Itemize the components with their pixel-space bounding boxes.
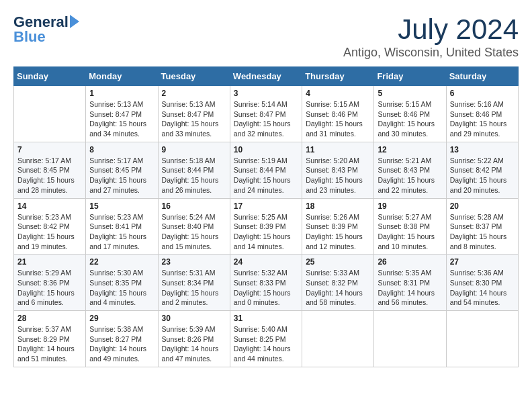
day-number: 13 bbox=[450, 145, 515, 154]
day-info: Sunrise: 5:31 AM Sunset: 8:34 PM Dayligh… bbox=[162, 268, 226, 308]
calendar-cell: 4Sunrise: 5:15 AM Sunset: 8:46 PM Daylig… bbox=[302, 86, 374, 142]
day-info: Sunrise: 5:26 AM Sunset: 8:39 PM Dayligh… bbox=[306, 212, 370, 252]
day-info: Sunrise: 5:20 AM Sunset: 8:43 PM Dayligh… bbox=[306, 156, 370, 195]
day-number: 17 bbox=[234, 201, 298, 211]
day-number: 19 bbox=[378, 201, 442, 211]
calendar-week-2: 7Sunrise: 5:17 AM Sunset: 8:45 PM Daylig… bbox=[14, 142, 519, 198]
day-info: Sunrise: 5:15 AM Sunset: 8:46 PM Dayligh… bbox=[378, 99, 442, 139]
logo-blue-text: Blue bbox=[13, 28, 46, 46]
day-info: Sunrise: 5:23 AM Sunset: 8:42 PM Dayligh… bbox=[17, 212, 82, 252]
calendar-week-4: 21Sunrise: 5:29 AM Sunset: 8:36 PM Dayli… bbox=[14, 255, 519, 311]
title-section: July 2024 Antigo, Wisconsin, United Stat… bbox=[343, 13, 519, 60]
month-year-title: July 2024 bbox=[343, 13, 519, 46]
day-info: Sunrise: 5:25 AM Sunset: 8:39 PM Dayligh… bbox=[234, 212, 298, 252]
calendar-cell bbox=[302, 311, 374, 367]
day-info: Sunrise: 5:39 AM Sunset: 8:26 PM Dayligh… bbox=[162, 324, 226, 364]
day-header-saturday: Saturday bbox=[446, 67, 518, 86]
day-info: Sunrise: 5:40 AM Sunset: 8:25 PM Dayligh… bbox=[234, 324, 298, 364]
header: General Blue July 2024 Antigo, Wisconsin… bbox=[13, 13, 519, 60]
calendar-cell: 29Sunrise: 5:38 AM Sunset: 8:27 PM Dayli… bbox=[86, 311, 158, 367]
day-header-sunday: Sunday bbox=[14, 67, 86, 86]
calendar-cell: 30Sunrise: 5:39 AM Sunset: 8:26 PM Dayli… bbox=[158, 311, 230, 367]
day-header-monday: Monday bbox=[86, 67, 158, 86]
calendar-cell: 8Sunrise: 5:17 AM Sunset: 8:45 PM Daylig… bbox=[86, 142, 158, 198]
day-info: Sunrise: 5:32 AM Sunset: 8:33 PM Dayligh… bbox=[234, 268, 298, 308]
calendar-week-3: 14Sunrise: 5:23 AM Sunset: 8:42 PM Dayli… bbox=[14, 198, 519, 255]
day-number: 12 bbox=[378, 145, 442, 154]
day-header-wednesday: Wednesday bbox=[230, 67, 302, 86]
day-number: 7 bbox=[17, 145, 82, 154]
day-number: 8 bbox=[89, 145, 154, 154]
day-info: Sunrise: 5:37 AM Sunset: 8:29 PM Dayligh… bbox=[17, 324, 82, 364]
day-number: 1 bbox=[89, 89, 154, 98]
day-number: 5 bbox=[378, 89, 442, 98]
day-info: Sunrise: 5:28 AM Sunset: 8:37 PM Dayligh… bbox=[450, 212, 515, 252]
calendar-cell: 26Sunrise: 5:35 AM Sunset: 8:31 PM Dayli… bbox=[374, 255, 446, 311]
calendar-cell: 7Sunrise: 5:17 AM Sunset: 8:45 PM Daylig… bbox=[14, 142, 86, 198]
day-info: Sunrise: 5:35 AM Sunset: 8:31 PM Dayligh… bbox=[378, 268, 442, 308]
location-subtitle: Antigo, Wisconsin, United States bbox=[343, 46, 519, 60]
calendar-cell: 18Sunrise: 5:26 AM Sunset: 8:39 PM Dayli… bbox=[302, 198, 374, 255]
day-number: 23 bbox=[162, 257, 226, 267]
day-number: 24 bbox=[234, 257, 298, 267]
calendar-cell: 24Sunrise: 5:32 AM Sunset: 8:33 PM Dayli… bbox=[230, 255, 302, 311]
day-info: Sunrise: 5:16 AM Sunset: 8:46 PM Dayligh… bbox=[450, 99, 515, 139]
day-number: 28 bbox=[17, 314, 82, 323]
day-header-thursday: Thursday bbox=[302, 67, 374, 86]
calendar-cell: 16Sunrise: 5:24 AM Sunset: 8:40 PM Dayli… bbox=[158, 198, 230, 255]
day-number: 14 bbox=[17, 201, 82, 211]
logo: General Blue bbox=[13, 13, 81, 46]
calendar-cell: 15Sunrise: 5:23 AM Sunset: 8:41 PM Dayli… bbox=[86, 198, 158, 255]
calendar-table: SundayMondayTuesdayWednesdayThursdayFrid… bbox=[13, 66, 519, 367]
calendar-cell: 22Sunrise: 5:30 AM Sunset: 8:35 PM Dayli… bbox=[86, 255, 158, 311]
day-number: 27 bbox=[450, 257, 515, 267]
day-info: Sunrise: 5:24 AM Sunset: 8:40 PM Dayligh… bbox=[162, 212, 226, 252]
calendar-cell: 28Sunrise: 5:37 AM Sunset: 8:29 PM Dayli… bbox=[14, 311, 86, 367]
day-info: Sunrise: 5:38 AM Sunset: 8:27 PM Dayligh… bbox=[89, 324, 154, 364]
calendar-cell: 9Sunrise: 5:18 AM Sunset: 8:44 PM Daylig… bbox=[158, 142, 230, 198]
calendar-cell: 2Sunrise: 5:13 AM Sunset: 8:47 PM Daylig… bbox=[158, 86, 230, 142]
calendar-body: 1Sunrise: 5:13 AM Sunset: 8:47 PM Daylig… bbox=[14, 86, 519, 367]
calendar-cell bbox=[446, 311, 518, 367]
day-number: 26 bbox=[378, 257, 442, 267]
calendar-cell: 21Sunrise: 5:29 AM Sunset: 8:36 PM Dayli… bbox=[14, 255, 86, 311]
calendar-cell: 1Sunrise: 5:13 AM Sunset: 8:47 PM Daylig… bbox=[86, 86, 158, 142]
calendar-cell: 20Sunrise: 5:28 AM Sunset: 8:37 PM Dayli… bbox=[446, 198, 518, 255]
day-info: Sunrise: 5:22 AM Sunset: 8:42 PM Dayligh… bbox=[450, 156, 515, 195]
calendar-cell: 25Sunrise: 5:33 AM Sunset: 8:32 PM Dayli… bbox=[302, 255, 374, 311]
day-info: Sunrise: 5:23 AM Sunset: 8:41 PM Dayligh… bbox=[89, 212, 154, 252]
calendar-header: SundayMondayTuesdayWednesdayThursdayFrid… bbox=[14, 67, 519, 86]
day-info: Sunrise: 5:13 AM Sunset: 8:47 PM Dayligh… bbox=[89, 99, 154, 139]
day-number: 11 bbox=[306, 145, 370, 154]
day-number: 9 bbox=[162, 145, 226, 154]
day-info: Sunrise: 5:13 AM Sunset: 8:47 PM Dayligh… bbox=[162, 99, 226, 139]
calendar-cell: 3Sunrise: 5:14 AM Sunset: 8:47 PM Daylig… bbox=[230, 86, 302, 142]
day-info: Sunrise: 5:18 AM Sunset: 8:44 PM Dayligh… bbox=[162, 156, 226, 195]
calendar-cell: 6Sunrise: 5:16 AM Sunset: 8:46 PM Daylig… bbox=[446, 86, 518, 142]
calendar-cell bbox=[14, 86, 86, 142]
day-number: 29 bbox=[89, 314, 154, 323]
calendar-cell: 11Sunrise: 5:20 AM Sunset: 8:43 PM Dayli… bbox=[302, 142, 374, 198]
day-info: Sunrise: 5:29 AM Sunset: 8:36 PM Dayligh… bbox=[17, 268, 82, 308]
calendar-cell: 31Sunrise: 5:40 AM Sunset: 8:25 PM Dayli… bbox=[230, 311, 302, 367]
day-number: 18 bbox=[306, 201, 370, 211]
day-info: Sunrise: 5:33 AM Sunset: 8:32 PM Dayligh… bbox=[306, 268, 370, 308]
day-info: Sunrise: 5:17 AM Sunset: 8:45 PM Dayligh… bbox=[89, 156, 154, 195]
logo-arrow-icon bbox=[70, 15, 79, 28]
day-number: 22 bbox=[89, 257, 154, 267]
day-number: 10 bbox=[234, 145, 298, 154]
day-info: Sunrise: 5:17 AM Sunset: 8:45 PM Dayligh… bbox=[17, 156, 82, 195]
calendar-cell: 19Sunrise: 5:27 AM Sunset: 8:38 PM Dayli… bbox=[374, 198, 446, 255]
day-number: 30 bbox=[162, 314, 226, 323]
day-info: Sunrise: 5:27 AM Sunset: 8:38 PM Dayligh… bbox=[378, 212, 442, 252]
day-info: Sunrise: 5:14 AM Sunset: 8:47 PM Dayligh… bbox=[234, 99, 298, 139]
day-number: 25 bbox=[306, 257, 370, 267]
calendar-cell: 23Sunrise: 5:31 AM Sunset: 8:34 PM Dayli… bbox=[158, 255, 230, 311]
day-info: Sunrise: 5:30 AM Sunset: 8:35 PM Dayligh… bbox=[89, 268, 154, 308]
day-number: 3 bbox=[234, 89, 298, 98]
calendar-cell: 13Sunrise: 5:22 AM Sunset: 8:42 PM Dayli… bbox=[446, 142, 518, 198]
day-info: Sunrise: 5:15 AM Sunset: 8:46 PM Dayligh… bbox=[306, 99, 370, 139]
calendar-cell: 5Sunrise: 5:15 AM Sunset: 8:46 PM Daylig… bbox=[374, 86, 446, 142]
calendar-cell: 14Sunrise: 5:23 AM Sunset: 8:42 PM Dayli… bbox=[14, 198, 86, 255]
day-header-friday: Friday bbox=[374, 67, 446, 86]
